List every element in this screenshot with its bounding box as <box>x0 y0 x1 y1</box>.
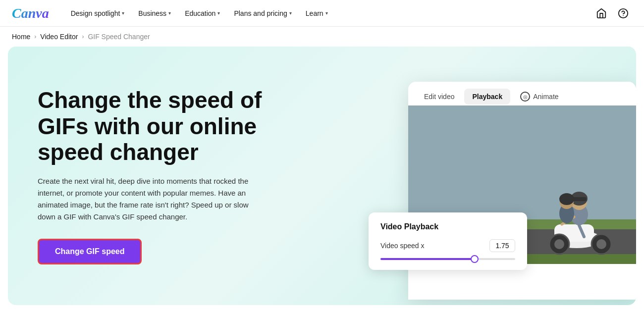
nav-label-education: Education <box>185 9 215 17</box>
slider-thumb[interactable] <box>471 255 479 263</box>
svg-point-11 <box>596 239 606 249</box>
hero-section: Change the speed of GIFs with our online… <box>8 47 636 305</box>
nav-item-education[interactable]: Education ▾ <box>179 5 226 21</box>
slider-fill <box>380 258 475 260</box>
tab-animate[interactable]: ◎ Animate <box>512 88 566 105</box>
nav-label-design-spotlight: Design spotlight <box>71 9 120 17</box>
tab-playback[interactable]: Playback <box>464 89 510 104</box>
breadcrumb: Home › Video Editor › GIF Speed Changer <box>0 27 644 47</box>
playback-panel: Video Playback Video speed x 1.75 <box>369 212 527 270</box>
chevron-down-icon-business: ▾ <box>168 10 171 16</box>
change-gif-speed-button[interactable]: Change GIF speed <box>38 239 142 264</box>
chevron-down-icon-learn: ▾ <box>325 10 328 16</box>
nav-item-business[interactable]: Business ▾ <box>132 5 177 21</box>
animate-icon: ◎ <box>520 92 530 102</box>
breadcrumb-video-editor[interactable]: Video Editor <box>40 33 78 41</box>
navbar: Canva Design spotlight ▾ Business ▾ Educ… <box>0 0 644 27</box>
hero-left-content: Change the speed of GIFs with our online… <box>38 87 305 265</box>
home-icon-button[interactable] <box>592 4 610 22</box>
nav-item-plans-pricing[interactable]: Plans and pricing ▾ <box>228 5 297 21</box>
speed-value: 1.75 <box>489 239 515 252</box>
nav-item-design-spotlight[interactable]: Design spotlight ▾ <box>65 5 131 21</box>
help-icon-button[interactable] <box>614 4 632 22</box>
editor-card: Edit video Playback ◎ Animate <box>408 82 636 300</box>
nav-label-business: Business <box>138 9 166 17</box>
chevron-down-icon-plans: ▾ <box>289 10 292 16</box>
nav-label-plans-pricing: Plans and pricing <box>234 9 287 17</box>
tab-edit-video[interactable]: Edit video <box>416 89 462 104</box>
playback-speed-row: Video speed x 1.75 <box>380 239 515 252</box>
svg-point-9 <box>554 239 564 249</box>
nav-label-learn: Learn <box>306 9 323 17</box>
breadcrumb-current: GIF Speed Changer <box>88 33 150 41</box>
speed-label: Video speed x <box>380 242 424 250</box>
nav-icon-group <box>592 4 632 22</box>
breadcrumb-home[interactable]: Home <box>12 33 30 41</box>
help-icon <box>618 8 629 19</box>
breadcrumb-sep-1: › <box>34 33 36 40</box>
hero-title: Change the speed of GIFs with our online… <box>38 87 305 166</box>
canva-logo[interactable]: Canva <box>12 5 49 21</box>
speed-slider-track[interactable] <box>380 258 515 260</box>
nav-item-learn[interactable]: Learn ▾ <box>300 5 334 21</box>
chevron-down-icon-design: ▾ <box>122 10 124 16</box>
breadcrumb-sep-2: › <box>82 33 84 40</box>
editor-tabs: Edit video Playback ◎ Animate <box>408 82 636 105</box>
svg-point-20 <box>559 193 574 205</box>
hero-right-content: Edit video Playback ◎ Animate <box>349 47 636 305</box>
home-icon <box>596 8 607 19</box>
nav-items: Design spotlight ▾ Business ▾ Education … <box>65 5 592 21</box>
playback-panel-title: Video Playback <box>380 222 515 231</box>
hero-description: Create the next viral hit, deep dive int… <box>38 175 266 223</box>
chevron-down-icon-education: ▾ <box>217 10 220 16</box>
